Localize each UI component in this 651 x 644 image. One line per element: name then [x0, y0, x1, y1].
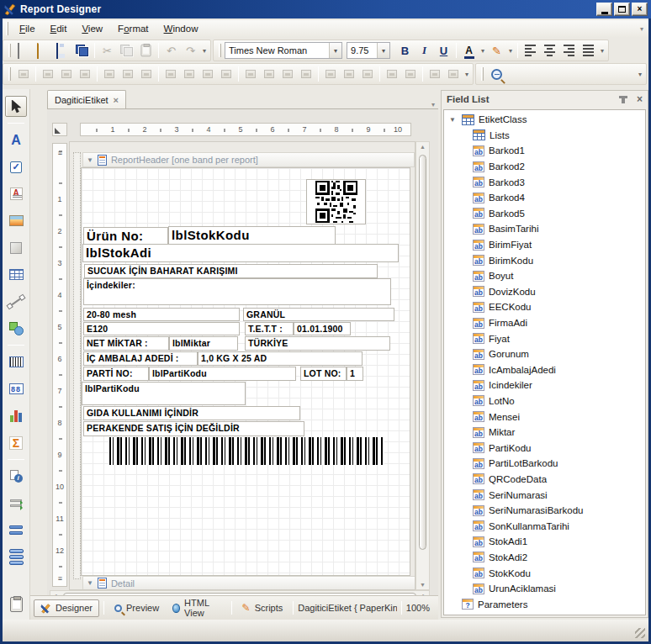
field-item[interactable]: abFirmaAdi [444, 315, 645, 331]
barcode-control[interactable] [109, 437, 384, 465]
same-width-icon[interactable] [198, 66, 217, 82]
label-stok-kodu[interactable]: lblStokKodu [168, 226, 336, 245]
same-height-icon[interactable] [241, 66, 260, 82]
paste-button[interactable] [136, 41, 156, 60]
label-tett-value[interactable]: 01.01.1900 [294, 322, 351, 335]
toolbar-options-icon[interactable]: ▾ [463, 71, 471, 78]
zipcode-tool[interactable]: 88 [5, 378, 27, 399]
menubar-overflow-icon[interactable]: ▾ [640, 25, 643, 33]
field-item[interactable]: abDovizKodu [444, 284, 645, 300]
align-center-button[interactable] [540, 41, 559, 60]
send-to-back-icon[interactable] [444, 66, 463, 82]
field-item[interactable]: abFiyat [444, 330, 645, 346]
band-grip-icon[interactable]: ≡ [53, 149, 66, 157]
field-node-root[interactable]: ▼ EtiketClass [444, 112, 645, 128]
barcode-tool[interactable] [5, 351, 27, 372]
node-collapse-icon[interactable]: ▼ [449, 116, 458, 124]
field-item[interactable]: abSeriNumarasiBarkodu [444, 503, 645, 519]
label-parti-kodu-2[interactable]: lblPartiKodu [82, 382, 246, 405]
pointer-tool[interactable] [5, 96, 27, 117]
field-item[interactable]: abIcindekiler [444, 377, 645, 393]
label-gida[interactable]: GIDA KULLANIMI İÇİNDİR [83, 406, 300, 420]
field-item[interactable]: abStokAdi2 [444, 550, 645, 566]
menu-edit[interactable]: Edit [43, 22, 75, 35]
align-lefts-icon[interactable] [39, 66, 57, 82]
crossband-line-tool[interactable] [5, 520, 27, 541]
field-item[interactable]: abLotNo [444, 393, 645, 409]
hspace-decrease-icon[interactable] [297, 66, 315, 82]
tab-preview[interactable]: Preview [108, 600, 165, 615]
picture-tool[interactable] [5, 210, 27, 231]
label-mesh[interactable]: 20-80 mesh [83, 308, 240, 321]
field-item[interactable]: abBirimFiyat [444, 237, 645, 253]
italic-button[interactable]: I [415, 41, 434, 60]
tab-close-icon[interactable]: × [114, 95, 119, 105]
clipboard-tool[interactable] [5, 594, 27, 615]
cut-button[interactable]: ✂ [98, 41, 117, 60]
field-item[interactable]: abSonKullanmaTarihi [444, 518, 645, 534]
band-grip-icon[interactable]: ≡ [53, 574, 66, 583]
field-item[interactable]: abBasimTarihi [444, 221, 645, 237]
field-item[interactable]: abQRCodeData [444, 472, 645, 488]
band-collapse-icon[interactable]: ▼ [87, 579, 93, 587]
label-net-miktar[interactable]: NET MİKTAR : [83, 336, 169, 351]
label-miktar[interactable]: lblMiktar [169, 336, 238, 351]
vertical-ruler[interactable]: ≡ 1 2 3 4 5 6 7 8 9 10 11 12 ≡ [52, 143, 67, 587]
align-rights-icon[interactable] [76, 66, 94, 82]
label-icindekiler[interactable]: İçindekiler: [83, 278, 391, 305]
label-tool[interactable]: A [5, 129, 27, 150]
label-lot-value[interactable]: 1 [347, 367, 363, 381]
field-item[interactable]: abSeriNumarasi [444, 487, 645, 503]
ruler-corner-button[interactable] [52, 123, 67, 136]
font-color-dropdown-icon[interactable]: ▾ [479, 47, 487, 55]
redo-button[interactable]: ↷ [181, 41, 200, 60]
hspace-increase-icon[interactable] [278, 66, 297, 82]
toolbar-options-icon[interactable]: ▾ [598, 47, 606, 55]
label-ambalaj-value[interactable]: 1,0 KG X 25 AD [198, 351, 363, 366]
label-parti-no[interactable]: PARTİ NO: [83, 367, 149, 381]
label-baharat[interactable]: SUCUAK İÇİN BAHARAT KARIŞIMI [84, 264, 378, 278]
open-button[interactable] [34, 41, 53, 60]
field-item[interactable]: abIcAmbalajAdedi [444, 362, 645, 378]
highlight-button[interactable]: ✎ [487, 41, 506, 60]
field-item[interactable]: abEECKodu [444, 299, 645, 315]
field-item[interactable]: abStokAdi1 [444, 534, 645, 550]
scroll-up-icon[interactable]: ▲ [418, 142, 427, 151]
toolbar-options-icon[interactable]: ▾ [636, 71, 644, 78]
same-size-icon[interactable] [217, 66, 236, 82]
align-centers-icon[interactable] [57, 66, 76, 82]
label-perakende[interactable]: PERAKENDE SATIŞ İÇİN DEĞİLDİR [83, 421, 304, 436]
menu-window[interactable]: Window [156, 22, 206, 35]
fit-width-icon[interactable] [161, 66, 180, 82]
vspace-decrease-icon[interactable] [358, 66, 377, 82]
field-item[interactable]: abBarkod1 [444, 143, 645, 159]
undo-button[interactable]: ↶ [161, 41, 181, 60]
zoom-out-button[interactable] [487, 65, 506, 83]
label-lot-no[interactable]: LOT NO: [300, 367, 347, 381]
snap-to-grid-icon[interactable] [14, 66, 33, 82]
panel-close-icon[interactable]: × [637, 93, 643, 105]
center-horizontally-icon[interactable] [383, 66, 401, 82]
align-middles-icon[interactable] [119, 66, 137, 82]
toolbar-options-icon[interactable]: ▾ [200, 47, 209, 55]
vertical-scrollbar[interactable]: ▲ ▼ [415, 141, 430, 590]
line-tool[interactable] [5, 291, 27, 312]
font-name-combo[interactable]: Times New Roman ▾ [225, 42, 342, 59]
field-item[interactable]: abStokKodu [444, 565, 645, 581]
label-granul[interactable]: GRANÜL [243, 308, 394, 321]
label-turkiye[interactable]: TÜRKİYE [245, 336, 390, 351]
band-collapse-icon[interactable]: ▼ [87, 156, 93, 164]
underline-button[interactable]: U [434, 41, 453, 60]
bring-to-front-icon[interactable] [426, 66, 444, 82]
label-tett[interactable]: T.E.T.T : [245, 322, 294, 335]
save-all-button[interactable] [72, 41, 92, 60]
shape-tool[interactable] [5, 318, 27, 339]
field-item[interactable]: Lists [444, 128, 645, 144]
crossband-box-tool[interactable] [5, 546, 27, 567]
justify-button[interactable] [579, 41, 598, 60]
field-item[interactable]: abUrunAciklamasi [444, 581, 645, 597]
label-urun-no[interactable]: Ürün No: [83, 227, 168, 245]
field-item[interactable]: abBirimKodu [444, 252, 645, 268]
field-item[interactable]: abMiktar [444, 425, 645, 441]
field-item[interactable]: abBarkod2 [444, 159, 645, 175]
